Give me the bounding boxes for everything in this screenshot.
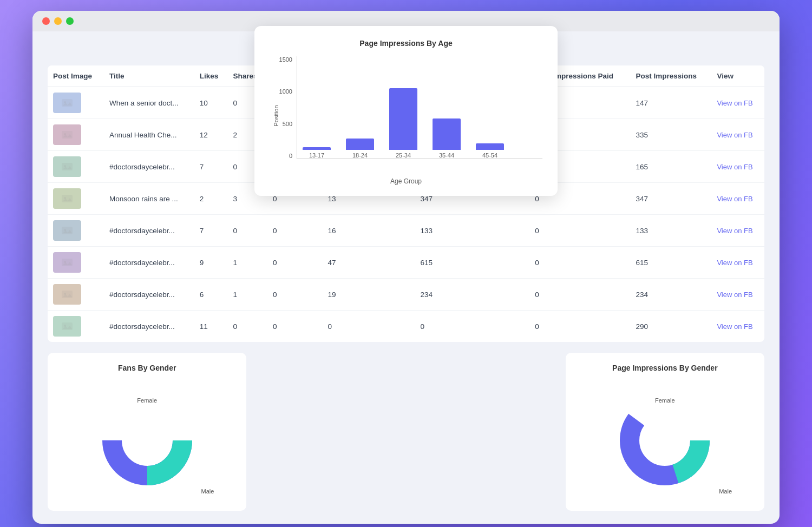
y-label-1000: 1000 — [270, 88, 292, 95]
cell-paid: 0 — [529, 311, 630, 342]
chart-spacer — [246, 353, 565, 511]
cell-comments: 0 — [267, 279, 322, 311]
cell-title: #doctorsdaycelebr... — [104, 279, 194, 311]
cell-comments: 0 — [267, 215, 322, 247]
svg-point-11 — [64, 261, 66, 263]
impressions-female-label: Female — [655, 397, 675, 404]
fans-donut-chart — [99, 392, 196, 489]
charts-row: Fans By Gender Female Male — [48, 353, 764, 511]
cell-title: #doctorsdaycelebr... — [104, 247, 194, 279]
cell-title: #doctorsdaycelebr... — [104, 311, 194, 342]
svg-point-5 — [64, 165, 66, 167]
col-impressions: Post Impressions — [631, 65, 712, 87]
x-axis-title: Age Group — [270, 177, 542, 185]
bar-label: 35-44 — [439, 152, 454, 159]
cell-title: Monsoon rains are ... — [104, 183, 194, 215]
page-impressions-gender-title: Page Impressions By Gender — [577, 364, 754, 372]
col-title: Title — [104, 65, 194, 87]
cell-view[interactable]: View on FB — [711, 151, 764, 183]
col-view: View — [711, 65, 764, 87]
bar — [346, 139, 374, 150]
cell-image — [48, 87, 104, 119]
cell-image — [48, 183, 104, 215]
cell-engaged: 0 — [322, 311, 415, 342]
fans-by-gender-title: Fans By Gender — [58, 364, 235, 372]
bar-group: 45-54 — [476, 143, 504, 159]
cell-shares: 1 — [228, 279, 268, 311]
cell-title: #doctorsdaycelebr... — [104, 215, 194, 247]
cell-impressions: 615 — [631, 247, 712, 279]
cell-view[interactable]: View on FB — [711, 279, 764, 311]
cell-view[interactable]: View on FB — [711, 87, 764, 119]
cell-impressions: 147 — [631, 87, 712, 119]
cell-impressions: 347 — [631, 183, 712, 215]
cell-organic: 0 — [415, 311, 530, 342]
fans-male-label: Male — [201, 488, 214, 495]
app-window: Latest Page Feed Post Image Title Likes … — [32, 11, 780, 524]
cell-likes: 2 — [194, 183, 228, 215]
bar — [433, 118, 461, 150]
svg-point-1 — [64, 101, 66, 103]
close-dot[interactable] — [42, 17, 50, 25]
cell-image — [48, 247, 104, 279]
cell-paid: 0 — [529, 215, 630, 247]
cell-organic: 615 — [415, 247, 530, 279]
cell-image — [48, 311, 104, 342]
col-post-image: Post Image — [48, 65, 104, 87]
bar — [476, 143, 504, 150]
svg-point-7 — [64, 197, 66, 199]
cell-image — [48, 279, 104, 311]
table-row: #doctorsdaycelebr... 11 0 0 0 0 0 290 Vi… — [48, 311, 764, 342]
col-likes: Likes — [194, 65, 228, 87]
svg-point-18 — [122, 416, 172, 465]
cell-view[interactable]: View on FB — [711, 119, 764, 151]
bar-label: 25-34 — [396, 152, 411, 159]
table-row: #doctorsdaycelebr... 6 1 0 19 234 0 234 … — [48, 279, 764, 311]
cell-image — [48, 119, 104, 151]
impressions-male-label: Male — [719, 488, 732, 495]
cell-view[interactable]: View on FB — [711, 215, 764, 247]
cell-image — [48, 151, 104, 183]
cell-comments: 0 — [267, 311, 322, 342]
cell-organic: 234 — [415, 279, 530, 311]
cell-image — [48, 215, 104, 247]
y-axis-title: Position — [273, 105, 279, 126]
bar-chart-area: 0 500 1000 1500 Position 13-17 18-24 25-… — [270, 56, 542, 175]
cell-impressions: 133 — [631, 215, 712, 247]
cell-engaged: 16 — [322, 215, 415, 247]
cell-comments: 0 — [267, 247, 322, 279]
cell-likes: 7 — [194, 215, 228, 247]
minimize-dot[interactable] — [54, 17, 62, 25]
cell-title: When a senior doct... — [104, 87, 194, 119]
bar-label: 13-17 — [309, 152, 324, 159]
cell-likes: 9 — [194, 247, 228, 279]
svg-point-3 — [64, 133, 66, 135]
cell-view[interactable]: View on FB — [711, 247, 764, 279]
cell-view[interactable]: View on FB — [711, 183, 764, 215]
bar-group: 13-17 — [303, 147, 331, 159]
table-row: #doctorsdaycelebr... 7 0 0 16 133 0 133 … — [48, 215, 764, 247]
main-content: Latest Page Feed Post Image Title Likes … — [32, 31, 780, 524]
svg-point-21 — [640, 416, 690, 465]
impressions-donut-container: Female Male — [577, 381, 754, 500]
cell-impressions: 165 — [631, 151, 712, 183]
cell-engaged: 47 — [322, 247, 415, 279]
maximize-dot[interactable] — [66, 17, 74, 25]
impressions-donut-chart — [616, 392, 713, 489]
bar-label: 45-54 — [482, 152, 497, 159]
table-row: #doctorsdaycelebr... 9 1 0 47 615 0 615 … — [48, 247, 764, 279]
cell-impressions: 290 — [631, 311, 712, 342]
bar-group: 18-24 — [346, 139, 374, 159]
svg-point-9 — [64, 229, 66, 231]
bar-chart-title: Page Impressions By Age — [270, 39, 542, 48]
cell-shares: 0 — [228, 215, 268, 247]
bar-chart-overlay-card: Page Impressions By Age 0 500 1000 1500 … — [254, 26, 558, 196]
page-impressions-gender-card: Page Impressions By Gender Female Male — [566, 353, 764, 511]
cell-likes: 10 — [194, 87, 228, 119]
bar-label: 18-24 — [352, 152, 368, 159]
cell-engaged: 19 — [322, 279, 415, 311]
cell-shares: 0 — [228, 311, 268, 342]
cell-likes: 11 — [194, 311, 228, 342]
cell-view[interactable]: View on FB — [711, 311, 764, 342]
cell-impressions: 335 — [631, 119, 712, 151]
